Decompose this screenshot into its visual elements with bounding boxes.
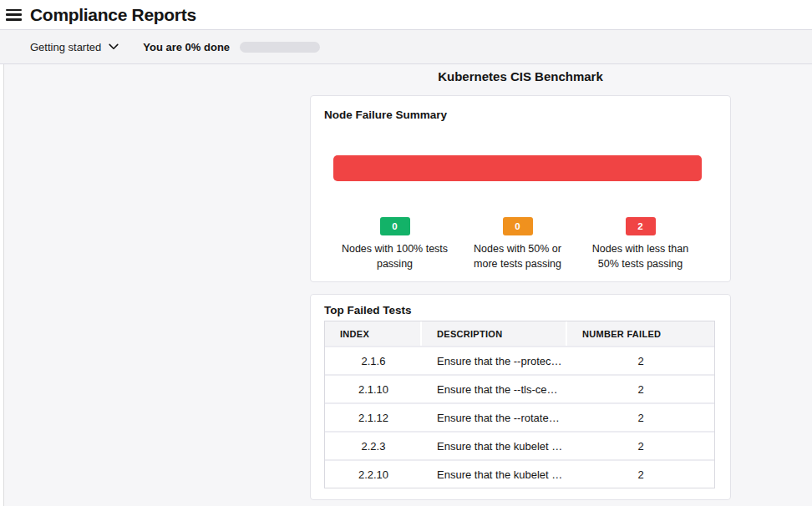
top-failed-tests-title: Top Failed Tests (324, 304, 717, 316)
cell-index: 2.2.3 (325, 440, 422, 453)
progress-text: You are 0% done (143, 41, 230, 53)
main-body: Kubernetes CIS Benchmark Node Failure Su… (0, 64, 812, 506)
cell-number-failed: 2 (567, 355, 714, 367)
stat-item: 2 Nodes with less than 50% tests passing (579, 217, 702, 271)
top-failed-tests-card: Top Failed Tests Index Description Numbe… (310, 294, 731, 500)
table-row: 2.1.6 Ensure that the --protec… 2 (325, 346, 714, 374)
table-row: 2.1.12 Ensure that the --rotate… 2 (325, 402, 714, 431)
getting-started-banner: Getting started You are 0% done (0, 29, 812, 64)
stat-count-badge: 0 (503, 217, 533, 235)
progress-bar (240, 42, 320, 53)
cell-description: Ensure that the --tls-ce… (422, 383, 567, 396)
cell-number-failed: 2 (567, 383, 714, 396)
cell-index: 2.1.12 (325, 412, 422, 424)
report-column: Kubernetes CIS Benchmark Node Failure Su… (310, 69, 731, 500)
cell-index: 2.2.10 (325, 468, 422, 481)
stat-label: Nodes with 50% or more tests passing (456, 242, 579, 271)
table-row: 2.2.10 Ensure that the kubelet … 2 (325, 459, 714, 488)
table-row: 2.1.10 Ensure that the --tls-ce… 2 (325, 374, 714, 402)
top-failed-tests-table: Index Description Number Failed 2.1.6 En… (324, 321, 715, 488)
column-header-number-failed: Number Failed (567, 321, 714, 346)
cell-description: Ensure that the kubelet … (422, 468, 567, 481)
stat-item: 0 Nodes with 100% tests passing (333, 217, 456, 271)
table-row: 2.2.3 Ensure that the kubelet … 2 (325, 431, 714, 459)
cell-description: Ensure that the --protec… (422, 355, 567, 367)
cell-description: Ensure that the --rotate… (422, 412, 567, 424)
node-failure-stats: 0 Nodes with 100% tests passing 0 Nodes … (333, 217, 702, 271)
node-failure-bar (333, 155, 702, 181)
column-header-description: Description (422, 321, 566, 346)
cell-description: Ensure that the kubelet … (422, 440, 567, 453)
stat-label: Nodes with less than 50% tests passing (579, 242, 702, 271)
page-title: Compliance Reports (30, 5, 196, 25)
column-header-index: Index (325, 321, 420, 346)
benchmark-title: Kubernetes CIS Benchmark (310, 69, 731, 83)
stat-count-badge: 2 (626, 217, 656, 235)
node-failure-summary-title: Node Failure Summary (324, 109, 717, 121)
cell-number-failed: 2 (567, 412, 714, 424)
table-body: 2.1.6 Ensure that the --protec… 2 2.1.10… (325, 346, 714, 488)
cell-number-failed: 2 (567, 468, 714, 481)
cell-number-failed: 2 (567, 440, 714, 453)
table-header: Index Description Number Failed (325, 321, 714, 346)
cell-index: 2.1.10 (325, 383, 422, 396)
node-failure-summary-card: Node Failure Summary 0 Nodes with 100% t… (310, 95, 731, 282)
getting-started-dropdown[interactable]: Getting started (30, 41, 119, 53)
hamburger-menu-icon[interactable] (6, 9, 22, 21)
stat-count-badge: 0 (380, 217, 410, 235)
chevron-down-icon (109, 43, 119, 50)
stat-item: 0 Nodes with 50% or more tests passing (456, 217, 579, 271)
getting-started-label: Getting started (30, 41, 101, 53)
cell-index: 2.1.6 (325, 355, 422, 367)
stat-label: Nodes with 100% tests passing (333, 242, 456, 271)
app-header: Compliance Reports (0, 0, 812, 29)
content-area: Kubernetes CIS Benchmark Node Failure Su… (4, 64, 812, 506)
